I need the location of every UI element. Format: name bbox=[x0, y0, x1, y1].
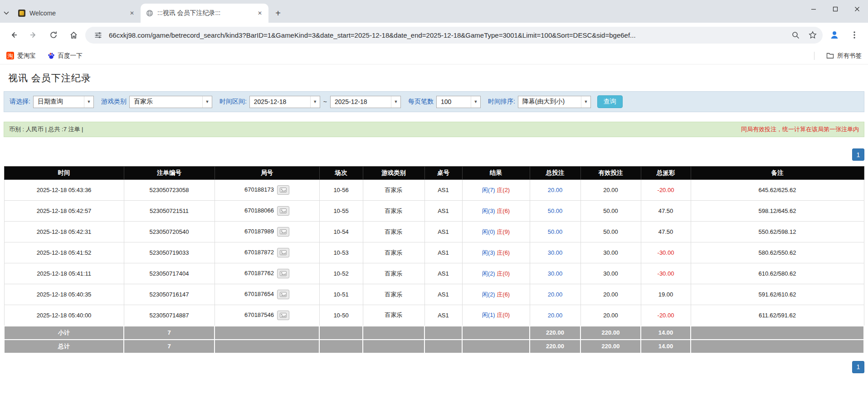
round-result-button[interactable] bbox=[277, 311, 289, 320]
subtotal-payout: 14.00 bbox=[641, 326, 691, 340]
filter-bar: 请选择: 日期查询 ▼ 游戏类别 百家乐 ▼ 时间区间: 2025-12-18 … bbox=[4, 91, 864, 112]
round-number: 670188173 bbox=[244, 186, 274, 193]
all-bookmarks-button[interactable]: 所有书签 bbox=[826, 52, 862, 60]
page-title: 视讯 会员下注纪录 bbox=[8, 72, 868, 84]
cell-round: 670187546 bbox=[215, 305, 319, 326]
game-type-select[interactable]: 百家乐 ▼ bbox=[129, 96, 212, 108]
cell-table-no: AS1 bbox=[424, 180, 462, 201]
browser-toolbar: 66cxkj98.com/game/betrecord_search/kind3… bbox=[0, 23, 868, 47]
cell-table-no: AS1 bbox=[424, 263, 462, 284]
tab-betrecord[interactable]: :::视讯 会员下注纪录::: ✕ bbox=[141, 4, 268, 23]
cell-bet-id: 523050719033 bbox=[124, 242, 215, 263]
total-bet-link[interactable]: 20.00 bbox=[548, 312, 563, 319]
cell-total-bet: 20.00 bbox=[530, 180, 580, 201]
chevron-down-icon: ▼ bbox=[202, 96, 212, 108]
total-bet-link[interactable]: 30.00 bbox=[548, 249, 563, 256]
subtotal-row: 小计 7 220.00 220.00 14.00 bbox=[4, 326, 864, 340]
page-size-select[interactable]: 100 ▼ bbox=[436, 96, 481, 108]
result-banker: 庄(6) bbox=[497, 249, 510, 256]
tab-close-icon[interactable]: ✕ bbox=[256, 9, 264, 17]
browser-menu-icon[interactable] bbox=[846, 27, 863, 43]
subtotal-total-bet: 220.00 bbox=[530, 326, 580, 340]
tab-search-chevron-icon[interactable] bbox=[0, 4, 13, 23]
result-player: 闲(3) bbox=[482, 207, 495, 214]
total-bet-link[interactable]: 50.00 bbox=[548, 228, 563, 235]
chevron-down-icon: ▼ bbox=[581, 96, 590, 108]
maximize-button[interactable] bbox=[824, 0, 846, 18]
total-label: 总计 bbox=[4, 340, 124, 353]
round-result-button[interactable] bbox=[277, 269, 289, 278]
cell-table-no: AS1 bbox=[424, 201, 462, 222]
col-header-time: 时间 bbox=[4, 167, 124, 180]
total-bet-link[interactable]: 20.00 bbox=[548, 291, 563, 298]
round-result-button[interactable] bbox=[277, 185, 289, 195]
subtotal-valid-bet: 220.00 bbox=[580, 326, 641, 340]
cell-total-bet: 30.00 bbox=[530, 242, 580, 263]
round-number: 670187989 bbox=[244, 228, 274, 235]
total-bet-link[interactable]: 50.00 bbox=[548, 207, 563, 214]
cell-total-bet: 30.00 bbox=[530, 263, 580, 284]
profile-avatar-icon[interactable] bbox=[826, 27, 843, 43]
bookmark-baidu[interactable]: 百度一下 bbox=[48, 52, 83, 60]
total-count: 7 bbox=[124, 340, 215, 353]
cell-table-no: AS1 bbox=[424, 305, 462, 326]
date-start-input[interactable]: 2025-12-18 ▼ bbox=[249, 96, 320, 108]
forward-icon[interactable] bbox=[25, 27, 42, 43]
cell-session: 10-55 bbox=[319, 201, 363, 222]
cell-result: 闲(0) 庄(9) bbox=[462, 222, 530, 242]
cell-session: 10-56 bbox=[319, 180, 363, 201]
home-icon[interactable] bbox=[65, 27, 82, 43]
round-result-button[interactable] bbox=[277, 206, 289, 216]
reload-icon[interactable] bbox=[45, 27, 62, 43]
col-header-result: 结果 bbox=[462, 167, 530, 180]
date-end-input[interactable]: 2025-12-18 ▼ bbox=[330, 96, 401, 108]
bookmark-aitaobao[interactable]: 淘 爱淘宝 bbox=[6, 52, 36, 60]
total-bet-link[interactable]: 30.00 bbox=[548, 270, 563, 277]
cell-time: 2025-12-18 05:40:35 bbox=[4, 284, 124, 305]
bookmark-star-icon[interactable] bbox=[806, 29, 819, 41]
result-banker: 庄(2) bbox=[497, 187, 510, 193]
tab-welcome[interactable]: Welcome ✕ bbox=[13, 4, 141, 23]
cell-note: 550.62/598.12 bbox=[691, 222, 864, 242]
cell-time: 2025-12-18 05:43:36 bbox=[4, 180, 124, 201]
result-banker: 庄(0) bbox=[497, 270, 510, 277]
cell-session: 10-54 bbox=[319, 222, 363, 242]
browser-window: Welcome ✕ :::视讯 会员下注纪录::: ✕ + bbox=[0, 0, 868, 373]
table-body: 2025-12-18 05:43:36 523050723058 6701881… bbox=[4, 180, 864, 326]
close-button[interactable] bbox=[846, 0, 868, 18]
cell-table-no: AS1 bbox=[424, 222, 462, 242]
cell-time: 2025-12-18 05:42:31 bbox=[4, 222, 124, 242]
page-1-button[interactable]: 1 bbox=[852, 361, 864, 373]
cell-result: 闲(7) 庄(2) bbox=[462, 180, 530, 201]
bookmark-label: 百度一下 bbox=[58, 52, 83, 60]
sort-select[interactable]: 降幕(由大到小) ▼ bbox=[518, 96, 591, 108]
round-result-button[interactable] bbox=[277, 227, 289, 237]
cell-total-bet: 20.00 bbox=[530, 305, 580, 326]
total-total-bet: 220.00 bbox=[530, 340, 580, 353]
cell-payout: 19.00 bbox=[641, 284, 691, 305]
cell-valid-bet: 30.00 bbox=[580, 242, 641, 263]
search-button[interactable]: 查询 bbox=[597, 95, 623, 108]
cell-payout: -20.00 bbox=[641, 180, 691, 201]
baidu-paw-icon bbox=[48, 52, 55, 59]
col-header-bet-id: 注单编号 bbox=[124, 167, 215, 180]
back-icon[interactable] bbox=[5, 27, 22, 43]
new-tab-button[interactable]: + bbox=[271, 6, 285, 20]
table-row: 2025-12-18 05:41:52 523050719033 6701878… bbox=[4, 242, 864, 263]
round-result-button[interactable] bbox=[277, 290, 289, 299]
page-1-button[interactable]: 1 bbox=[852, 148, 864, 161]
query-type-select[interactable]: 日期查询 ▼ bbox=[33, 96, 94, 108]
zoom-icon[interactable] bbox=[789, 29, 802, 41]
tab-close-icon[interactable]: ✕ bbox=[128, 9, 136, 17]
address-bar[interactable]: 66cxkj98.com/game/betrecord_search/kind3… bbox=[85, 27, 823, 44]
cell-bet-id: 523050716147 bbox=[124, 284, 215, 305]
minimize-button[interactable] bbox=[803, 0, 824, 18]
site-settings-tune-icon[interactable] bbox=[92, 29, 104, 41]
col-header-table-no: 桌号 bbox=[424, 167, 462, 180]
round-result-button[interactable] bbox=[277, 248, 289, 257]
cell-total-bet: 20.00 bbox=[530, 284, 580, 305]
total-bet-link[interactable]: 20.00 bbox=[548, 187, 563, 193]
url-text[interactable]: 66cxkj98.com/game/betrecord_search/kind3… bbox=[109, 31, 785, 39]
cell-round: 670187989 bbox=[215, 222, 319, 242]
cell-bet-id: 523050717404 bbox=[124, 263, 215, 284]
